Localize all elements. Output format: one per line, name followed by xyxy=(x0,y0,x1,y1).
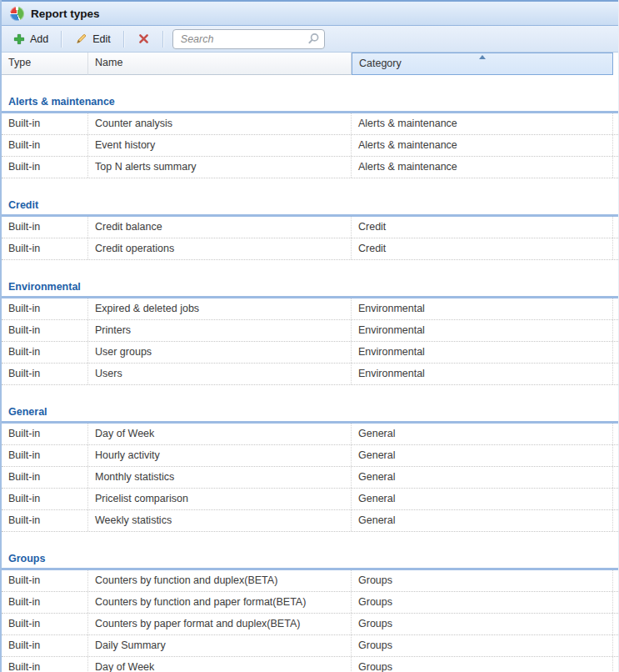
group-header-label: Groups xyxy=(8,553,45,564)
table-row[interactable]: Built-inCredit operationsCredit xyxy=(2,238,618,260)
toolbar-separator xyxy=(162,31,164,48)
cell-category: General xyxy=(352,510,613,531)
cell-type: Built-in xyxy=(2,217,88,238)
table-row[interactable]: Built-inUsersEnvironmental xyxy=(2,364,618,385)
group-header[interactable]: General xyxy=(2,385,618,424)
group-header[interactable]: Credit xyxy=(2,178,618,217)
cell-category: Groups xyxy=(352,570,613,591)
toolbar: Add Edit xyxy=(2,26,618,53)
group-header-label: Alerts & maintenance xyxy=(8,96,115,108)
row-filler xyxy=(613,113,618,134)
cell-type: Built-in xyxy=(2,424,88,444)
cell-type: Built-in xyxy=(2,342,88,363)
cell-category: Alerts & maintenance xyxy=(352,135,613,156)
cell-type: Built-in xyxy=(2,364,88,384)
table-row[interactable]: Built-inCounter analysisAlerts & mainten… xyxy=(2,113,618,135)
cell-category: Credit xyxy=(352,238,613,259)
cell-type: Built-in xyxy=(2,135,88,156)
cell-category: General xyxy=(352,467,613,488)
pie-chart-icon xyxy=(10,7,24,21)
row-filler xyxy=(613,592,618,613)
cell-name: User groups xyxy=(88,342,352,363)
cell-type: Built-in xyxy=(2,113,88,134)
title-bar: Report types xyxy=(2,0,618,26)
row-filler xyxy=(613,467,618,488)
cell-type: Built-in xyxy=(2,467,88,488)
row-filler xyxy=(613,657,618,672)
table-row[interactable]: Built-inCounters by function and duplex(… xyxy=(2,570,618,592)
column-header-category-label: Category xyxy=(359,58,402,69)
table-row[interactable]: Built-inUser groupsEnvironmental xyxy=(2,342,618,364)
row-filler xyxy=(613,635,618,656)
group-header[interactable]: Alerts & maintenance xyxy=(2,75,618,113)
report-types-window: Report types Add Edit xyxy=(0,0,619,672)
table-row[interactable]: Built-inDay of WeekGeneral xyxy=(2,424,618,445)
cell-name: Daily Summary xyxy=(88,635,352,656)
cell-type: Built-in xyxy=(2,614,88,634)
red-x-icon xyxy=(137,33,150,45)
magnifier-icon[interactable] xyxy=(307,33,320,49)
row-filler xyxy=(613,445,618,466)
column-header-name[interactable]: Name xyxy=(88,53,352,75)
table-row[interactable]: Built-inPrintersEnvironmental xyxy=(2,320,618,342)
cell-category: Alerts & maintenance xyxy=(352,113,613,134)
group-header[interactable]: Groups xyxy=(2,532,618,570)
group-header-label: Environmental xyxy=(8,281,81,293)
cell-category: Environmental xyxy=(352,298,613,319)
cell-name: Credit operations xyxy=(88,238,352,259)
cell-name: Expired & deleted jobs xyxy=(88,298,352,319)
cell-category: General xyxy=(352,445,613,466)
cell-category: Credit xyxy=(352,217,613,238)
table-row[interactable]: Built-inExpired & deleted jobsEnvironmen… xyxy=(2,298,618,320)
cell-type: Built-in xyxy=(2,298,88,319)
delete-button[interactable] xyxy=(131,29,157,48)
table-row[interactable]: Built-inCounters by function and paper f… xyxy=(2,592,618,614)
cell-category: Groups xyxy=(352,592,613,613)
cell-type: Built-in xyxy=(2,157,88,178)
cell-type: Built-in xyxy=(2,510,88,531)
cell-category: Groups xyxy=(352,657,613,672)
cell-name: Counter analysis xyxy=(88,113,352,134)
pencil-icon xyxy=(75,33,87,45)
cell-category: Groups xyxy=(352,635,613,656)
table-row[interactable]: Built-inEvent historyAlerts & maintenanc… xyxy=(2,135,618,157)
cell-name: Printers xyxy=(88,320,352,341)
table-row[interactable]: Built-inHourly activityGeneral xyxy=(2,445,618,467)
cell-type: Built-in xyxy=(2,570,88,591)
group-header[interactable]: Environmental xyxy=(2,260,618,298)
cell-name: Users xyxy=(88,364,352,384)
cell-name: Weekly statistics xyxy=(88,510,352,531)
row-filler xyxy=(613,510,618,531)
row-filler xyxy=(613,614,618,634)
row-filler xyxy=(613,298,618,319)
cell-name: Counters by function and paper format(BE… xyxy=(88,592,352,613)
cell-type: Built-in xyxy=(2,489,88,509)
row-filler xyxy=(613,342,618,363)
table-row[interactable]: Built-inCredit balanceCredit xyxy=(2,217,618,238)
edit-button[interactable]: Edit xyxy=(68,29,117,48)
grid-body: Alerts & maintenanceBuilt-inCounter anal… xyxy=(2,75,618,672)
table-row[interactable]: Built-inDaily SummaryGroups xyxy=(2,635,618,657)
cell-type: Built-in xyxy=(2,635,88,656)
column-header-category[interactable]: Category xyxy=(352,53,613,75)
column-header-type[interactable]: Type xyxy=(2,53,88,75)
cell-category: General xyxy=(352,489,613,509)
table-row[interactable]: Built-inMonthly statisticsGeneral xyxy=(2,467,618,489)
row-filler xyxy=(613,217,618,238)
table-row[interactable]: Built-inDay of WeekGroups xyxy=(2,657,618,672)
row-filler xyxy=(613,238,618,259)
add-button[interactable]: Add xyxy=(7,30,55,48)
table-row[interactable]: Built-inCounters by paper format and dup… xyxy=(2,614,618,635)
search-input[interactable] xyxy=(172,29,325,49)
cell-name: Hourly activity xyxy=(88,445,352,466)
group-header-label: Credit xyxy=(8,199,38,211)
grid-header-row: Type Name Category xyxy=(2,53,618,75)
cell-name: Counters by function and duplex(BETA) xyxy=(88,570,352,591)
cell-name: Day of Week xyxy=(88,657,352,672)
table-row[interactable]: Built-inPricelist comparisonGeneral xyxy=(2,489,618,510)
toolbar-separator xyxy=(61,31,62,48)
table-row[interactable]: Built-inWeekly statisticsGeneral xyxy=(2,510,618,532)
search-box xyxy=(172,29,325,49)
table-row[interactable]: Built-inTop N alerts summaryAlerts & mai… xyxy=(2,157,618,178)
row-filler xyxy=(613,570,618,591)
